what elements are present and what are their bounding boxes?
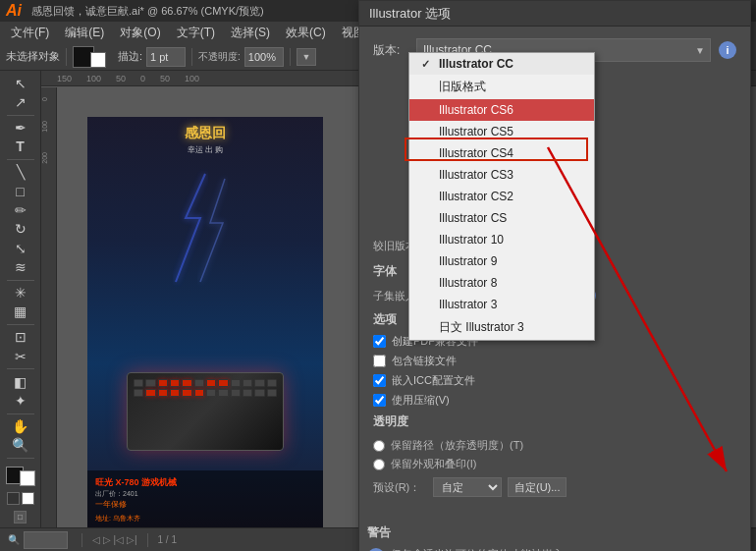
key-2 <box>145 379 155 387</box>
option-icc-checkbox[interactable] <box>373 374 386 387</box>
tool-sep-7 <box>7 458 34 459</box>
tool-line[interactable]: ╲ <box>6 164 35 181</box>
tool-hand[interactable]: ✋ <box>6 417 35 434</box>
illustrator-options-dialog[interactable]: Illustrator 选项 版本: Illustrator CC ▼ i ✓ … <box>358 0 751 551</box>
tool-sep-3 <box>7 280 34 281</box>
brand-price: 一年保修 <box>95 499 315 510</box>
tool-pen[interactable]: ✒ <box>6 119 35 136</box>
dropdown-label-cs5: Illustrator CS5 <box>439 125 513 138</box>
key-4 <box>231 379 241 387</box>
dropdown-item-cs[interactable]: Illustrator CS <box>409 207 594 229</box>
dropdown-label-3: Illustrator 3 <box>439 298 497 311</box>
tool-symbol[interactable]: ✳ <box>6 284 35 301</box>
tool-graph[interactable]: ▦ <box>6 303 35 320</box>
style-controls: ▼ <box>297 48 316 66</box>
option-icc-label: 嵌入ICC配置文件 <box>392 373 475 388</box>
preset-select[interactable]: 自定 <box>433 477 502 497</box>
doc-subtitle-1: 幸运 出 购 <box>97 144 313 155</box>
brand-desc: 出厂价：2401 <box>95 489 315 499</box>
keyboard-keys <box>128 373 283 403</box>
tool-rect[interactable]: □ <box>6 183 35 199</box>
stroke-color-swatch[interactable] <box>90 52 106 68</box>
document-canvas: 感恩回 幸运 出 购 <box>87 117 323 527</box>
dropdown-item-cs3[interactable]: Illustrator CS3 <box>409 164 594 186</box>
opacity-input[interactable] <box>244 47 284 67</box>
key-red-9 <box>182 389 191 397</box>
menu-effect[interactable]: 效果(C) <box>279 23 333 43</box>
dropdown-label-cs2: Illustrator CS2 <box>439 190 513 203</box>
lightning-svg <box>117 169 294 287</box>
dropdown-item-cs5[interactable]: Illustrator CS5 <box>409 121 594 142</box>
tool-scale[interactable]: ⤡ <box>6 240 35 256</box>
tool-sep-1 <box>7 115 34 116</box>
menu-edit[interactable]: 编辑(E) <box>58 23 111 43</box>
ruler-mark-6: 100 <box>185 74 199 83</box>
style-btn-1[interactable]: ▼ <box>297 48 316 66</box>
page-number: 1 / 1 <box>158 534 177 545</box>
transparency-radio-2[interactable] <box>373 459 385 470</box>
tool-direct-select[interactable]: ↗ <box>6 93 35 110</box>
key-red-7 <box>158 389 168 397</box>
dropdown-item-3[interactable]: Illustrator 3 <box>409 294 594 315</box>
tool-rotate[interactable]: ↻ <box>6 221 35 238</box>
background-color[interactable] <box>20 470 35 486</box>
dropdown-label-jp3: 日文 Illustrator 3 <box>439 319 524 336</box>
dropdown-item-10[interactable]: Illustrator 10 <box>409 229 594 250</box>
tool-select[interactable]: ↖ <box>6 75 35 91</box>
dropdown-item-jp3[interactable]: 日文 Illustrator 3 <box>409 315 594 340</box>
key-5 <box>243 379 252 387</box>
preset-custom-button[interactable]: 自定(U)... <box>508 477 567 497</box>
view-mode-controls <box>7 492 34 505</box>
dropdown-item-8[interactable]: Illustrator 8 <box>409 272 594 294</box>
tool-slice[interactable]: ✂ <box>6 348 35 364</box>
key-red-10 <box>194 389 204 397</box>
dropdown-item-cs2[interactable]: Illustrator CS2 <box>409 186 594 207</box>
option-link-checkbox[interactable] <box>373 355 386 367</box>
dialog-body: 版本: Illustrator CC ▼ i ✓ Illustrator CC <box>359 27 750 509</box>
dropdown-label-cs3: Illustrator CS3 <box>439 168 513 182</box>
view-mode-1[interactable] <box>7 492 20 505</box>
zoom-input[interactable]: 66.67% <box>24 531 68 549</box>
preset-label: 预设(R)： <box>373 480 427 495</box>
menu-select[interactable]: 选择(S) <box>224 23 277 43</box>
zoom-controls: 🔍 66.67% <box>8 531 72 549</box>
doc-header: 感恩回 幸运 出 购 <box>87 117 323 159</box>
option-compress-checkbox[interactable] <box>373 394 386 407</box>
version-info-icon[interactable]: i <box>719 41 736 59</box>
ruler-mark-2: 100 <box>86 74 101 83</box>
key-red-6 <box>145 389 155 397</box>
ruler-v-mark-1: 0 <box>41 97 56 101</box>
view-mode-2[interactable] <box>22 492 34 505</box>
option-pdf-checkbox[interactable] <box>373 335 386 348</box>
dropdown-item-cc[interactable]: ✓ Illustrator CC <box>409 53 594 75</box>
version-label: 版本: <box>373 42 408 59</box>
tool-zoom[interactable]: 🔍 <box>6 437 35 454</box>
dropdown-item-cs4[interactable]: Illustrator CS4 <box>409 142 594 164</box>
tool-warp[interactable]: ≋ <box>6 258 35 275</box>
stroke-width-input[interactable] <box>146 47 186 67</box>
dropdown-item-old[interactable]: 旧版格式 <box>409 75 594 99</box>
dropdown-item-cs6[interactable]: Illustrator CS6 <box>409 99 594 121</box>
dropdown-item-9[interactable]: Illustrator 9 <box>409 250 594 272</box>
option-compress-row: 使用压缩(V) <box>373 393 736 408</box>
menu-text[interactable]: 文字(T) <box>170 23 222 43</box>
ruler-v-mark-2: 100 <box>41 121 56 133</box>
screen-mode-btn[interactable]: □ <box>14 511 27 523</box>
tool-brush[interactable]: ✏ <box>6 201 35 218</box>
key-14 <box>267 389 277 397</box>
selection-label: 未选择对象 <box>6 49 60 64</box>
menu-file[interactable]: 文件(F) <box>4 23 56 43</box>
option-compress-label: 使用压缩(V) <box>392 393 450 408</box>
dropdown-label-cs: Illustrator CS <box>439 211 507 225</box>
key-13 <box>254 389 264 397</box>
color-box[interactable] <box>6 467 35 486</box>
tool-gradient[interactable]: ◧ <box>6 373 35 390</box>
option-link-label: 包含链接文件 <box>392 354 457 368</box>
tool-artboard[interactable]: ⊡ <box>6 329 35 346</box>
key-red-2 <box>170 379 180 387</box>
menu-object[interactable]: 对象(O) <box>113 23 167 43</box>
tool-eyedropper[interactable]: ✦ <box>6 392 35 409</box>
tool-text[interactable]: T <box>6 138 35 155</box>
transparency-radio-1[interactable] <box>373 440 385 452</box>
toolbar-sep-2 <box>191 48 192 66</box>
